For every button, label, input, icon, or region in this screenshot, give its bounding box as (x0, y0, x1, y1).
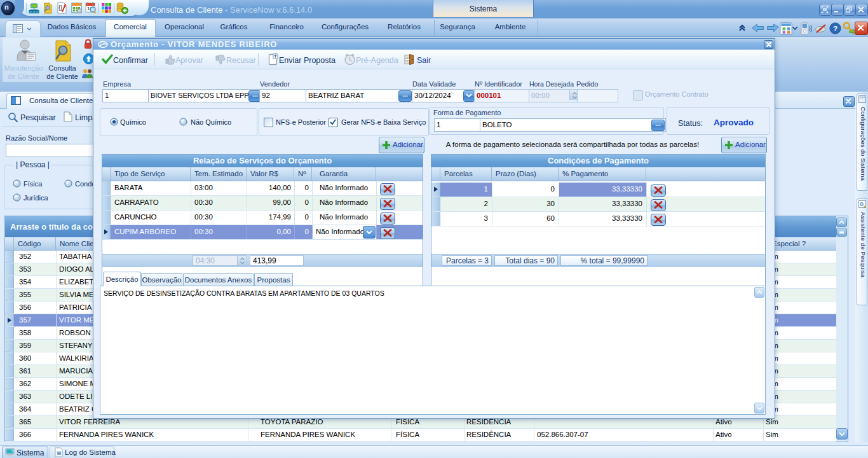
svg-text:?: ? (833, 24, 837, 32)
svg-text:M: M (57, 451, 61, 455)
svg-text:{}: {} (58, 4, 62, 11)
